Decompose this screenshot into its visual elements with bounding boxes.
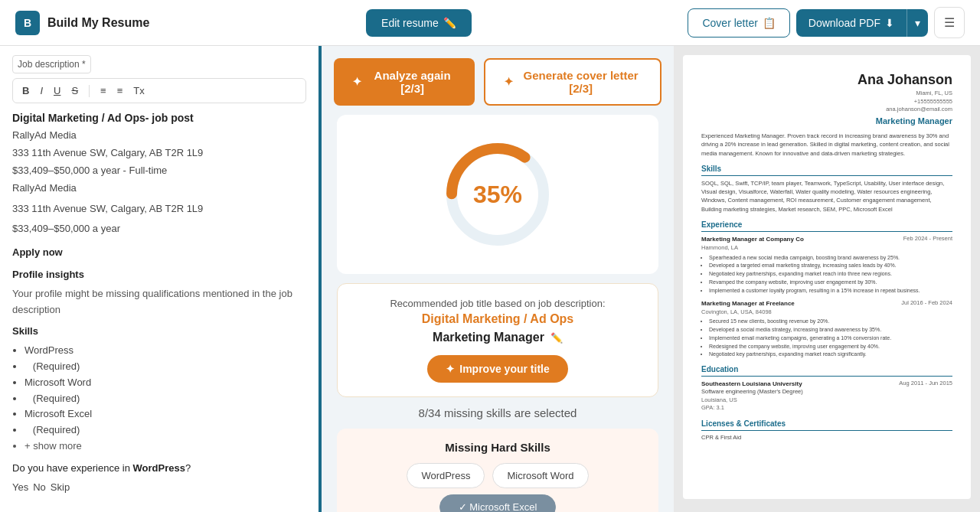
address-line1: 333 11th Avenue SW, Calgary, AB T2R 1L9 xyxy=(12,145,306,161)
toolbar-list1[interactable]: ≡ xyxy=(97,83,109,98)
skill-chip-microsoft-excel[interactable]: ✓ Microsoft Excel xyxy=(439,494,557,512)
resume-skills-content: SOQL, SQL, Swift, TCP/IP, team player, T… xyxy=(701,179,952,214)
job-desc-label: Job description * xyxy=(12,55,91,73)
salary-line1: $33,409–$50,000 a year - Full-time xyxy=(12,163,306,179)
action-buttons-row: ✦ Analyze again [2/3] ✦ Generate cover l… xyxy=(334,58,662,106)
list-item: Negotiated key partnerships, expanding m… xyxy=(709,270,952,278)
left-panel: Job description * B I U S ≡ ≡ Tx Digital… xyxy=(0,46,322,512)
apply-now: Apply now xyxy=(12,245,306,261)
salary-line2: $33,409–$50,000 a year xyxy=(12,221,306,237)
generate-cover-button[interactable]: ✦ Generate cover letter [2/3] xyxy=(484,58,662,106)
analyze-icon: ✦ xyxy=(352,75,362,89)
list-item: (Required) xyxy=(24,391,306,407)
list-item: Developed a targeted email marketing str… xyxy=(709,262,952,269)
download-chevron-button[interactable]: ▾ xyxy=(906,9,928,37)
analyze-again-button[interactable]: ✦ Analyze again [2/3] xyxy=(334,58,475,106)
header-left: B Build My Resume xyxy=(15,11,149,35)
improve-title-icon: ✦ xyxy=(446,363,455,375)
resume-location: Miami, FL, US xyxy=(701,90,952,98)
skills-title: Skills xyxy=(12,324,306,340)
list-item: WordPress xyxy=(24,343,306,359)
toolbar-italic[interactable]: I xyxy=(37,83,46,98)
resume-email: ana.johanson@email.com xyxy=(701,106,952,114)
download-label: Download PDF xyxy=(808,17,880,29)
cover-letter-label: Cover letter xyxy=(702,17,757,29)
editor-toolbar: B I U S ≡ ≡ Tx xyxy=(12,78,306,103)
cover-letter-icon: 📋 xyxy=(763,17,776,29)
edit-resume-button[interactable]: Edit resume ✏️ xyxy=(366,9,472,37)
menu-button[interactable]: ☰ xyxy=(934,7,965,38)
exp1-title: Marketing Manager at Company Co xyxy=(701,235,804,243)
list-item: Microsoft Word xyxy=(24,375,306,391)
download-button[interactable]: Download PDF ⬇ xyxy=(796,9,906,37)
improve-title-label: Improve your title xyxy=(459,363,549,375)
resume-summary: Experienced Marketing Manager. Proven tr… xyxy=(701,132,952,158)
resume-name: Ana Johanson xyxy=(701,70,952,90)
skills-row-1: WordPress Microsoft Word xyxy=(349,463,646,488)
skills-list: WordPress (Required) Microsoft Word (Req… xyxy=(12,343,306,455)
list-item: Revamped the company website, improving … xyxy=(709,279,952,286)
main-layout: Job description * B I U S ≡ ≡ Tx Digital… xyxy=(0,46,980,512)
download-icon: ⬇ xyxy=(885,17,894,29)
resume-edu: Southeastern Louisiana University Aug 20… xyxy=(701,380,952,413)
resume-exp-2: Marketing Manager at Freelance Jul 2016 … xyxy=(701,299,952,359)
resume-education-title: Education xyxy=(701,364,952,377)
job-title-card-text: Recommended job title based on job descr… xyxy=(353,298,642,309)
resume-skills-title: Skills xyxy=(701,164,952,176)
edit-icon: ✏️ xyxy=(443,17,456,29)
analyze-label: Analyze again [2/3] xyxy=(368,69,456,95)
edu-degree: Software engineering (Master's Degree) xyxy=(701,388,952,396)
exp2-title: Marketing Manager at Freelance xyxy=(701,299,795,308)
skills-row-2: ✓ Microsoft Excel xyxy=(349,494,646,512)
toolbar-underline[interactable]: U xyxy=(51,83,64,98)
generate-icon: ✦ xyxy=(504,75,514,89)
skill-chip-wordpress[interactable]: WordPress xyxy=(407,463,485,488)
toolbar-bold[interactable]: B xyxy=(19,83,32,98)
resume-licenses-content: CPR & First Aid xyxy=(701,434,952,442)
list-item: Redesigned the company website, improvin… xyxy=(709,343,952,351)
edit-role-button[interactable]: ✏️ xyxy=(550,332,563,344)
app-title: Build My Resume xyxy=(47,16,149,30)
exp1-bullets: Spearheaded a new social media campaign,… xyxy=(701,254,952,295)
list-item: Negotiated key partnerships, expanding m… xyxy=(709,351,952,358)
skip-answer[interactable]: Skip xyxy=(51,480,70,496)
missing-count-text: 8/34 missing skills are selected xyxy=(419,406,577,419)
logo-icon: B xyxy=(15,11,40,35)
list-item: (Required) xyxy=(24,422,306,439)
resume-phone: +15555555555 xyxy=(701,98,952,106)
header-right-actions: Cover letter 📋 Download PDF ⬇ ▾ ☰ xyxy=(688,7,965,38)
list-item: Implemented a customer loyalty program, … xyxy=(709,287,952,295)
no-answer[interactable]: No xyxy=(33,480,46,496)
exp2-date: Jul 2016 - Feb 2024 xyxy=(901,299,952,308)
toolbar-strikethrough[interactable]: S xyxy=(68,83,81,98)
resume-licenses-title: Licenses & Certificates xyxy=(701,419,952,431)
list-item: Spearheaded a new social media campaign,… xyxy=(709,254,952,262)
job-title-card: Recommended job title based on job descr… xyxy=(337,283,658,397)
resume-experience-title: Experience xyxy=(701,220,952,232)
improve-title-button[interactable]: ✦ Improve your title xyxy=(427,355,567,383)
exp2-bullets: Secured 15 new clients, boosting revenue… xyxy=(701,318,952,358)
edu-location: Louisiana, US xyxy=(701,396,952,405)
edit-resume-label: Edit resume xyxy=(381,17,439,29)
skills-card: Missing Hard Skills WordPress Microsoft … xyxy=(337,429,658,512)
resume-title: Marketing Manager xyxy=(701,116,952,127)
toolbar-clear[interactable]: Tx xyxy=(130,83,147,98)
generate-label: Generate cover letter [2/3] xyxy=(520,69,642,95)
resume-exp-1: Marketing Manager at Company Co Feb 2024… xyxy=(701,235,952,295)
toolbar-list2[interactable]: ≡ xyxy=(114,83,126,98)
score-label: 35% xyxy=(473,181,522,209)
wp-question: Do you have experience in WordPress? xyxy=(12,461,306,477)
yes-answer[interactable]: Yes xyxy=(12,480,28,496)
donut-container: 35% xyxy=(436,133,559,256)
cover-letter-button[interactable]: Cover letter 📋 xyxy=(688,8,789,38)
skill-chip-microsoft-word[interactable]: Microsoft Word xyxy=(492,463,588,488)
edu-school: Southeastern Louisiana University xyxy=(701,380,802,388)
company-name: RallyAd Media xyxy=(12,128,306,144)
edu-gpa: GPA: 3.1 xyxy=(701,404,952,413)
show-more-link[interactable]: + show more xyxy=(24,439,306,455)
chevron-down-icon: ▾ xyxy=(915,17,920,29)
list-item: Developed a social media strategy, incre… xyxy=(709,326,952,334)
company-name2: RallyAd Media xyxy=(12,181,306,197)
header: B Build My Resume Edit resume ✏️ Cover l… xyxy=(0,0,980,46)
download-btn-group: Download PDF ⬇ ▾ xyxy=(796,9,928,37)
